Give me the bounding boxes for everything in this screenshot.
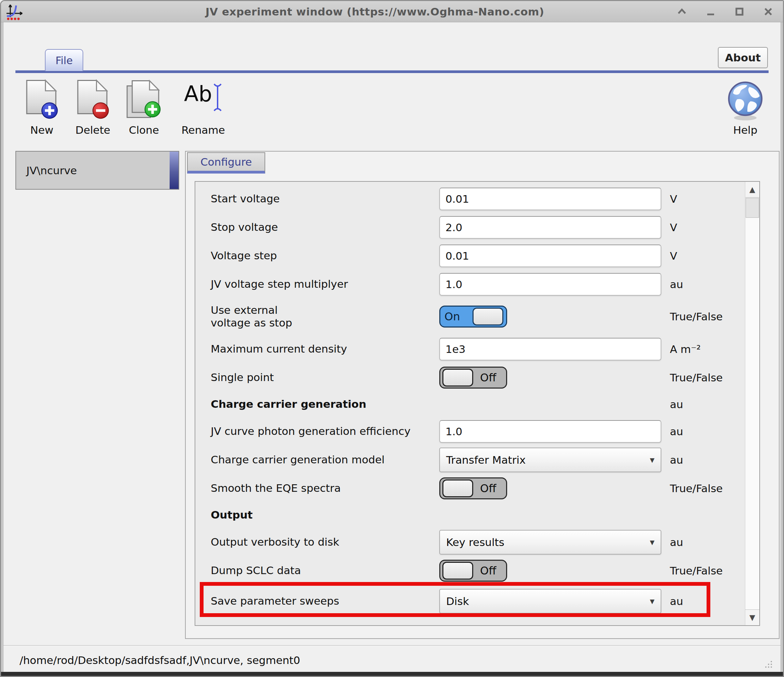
maximize-window-icon[interactable] bbox=[734, 6, 745, 17]
dropdown[interactable]: Transfer Matrix▾ bbox=[439, 448, 661, 472]
status-path: /home/rod/Desktop/sadfdsfsadf,JV\ncurve,… bbox=[1, 654, 300, 666]
section-header: Output bbox=[211, 509, 670, 521]
dropdown-value: Disk bbox=[446, 595, 469, 607]
row-unit: True/False bbox=[670, 482, 744, 494]
toggle-switch[interactable]: Off bbox=[439, 560, 507, 582]
rename-text-cursor-icon: Ab bbox=[184, 78, 222, 121]
form-row: Charge carrier generation modelTransfer … bbox=[195, 446, 744, 474]
widget-cell bbox=[439, 187, 670, 210]
window-frame-left bbox=[1, 22, 3, 672]
scroll-up-button[interactable]: ▲ bbox=[745, 182, 759, 198]
sidebar-item-jv-ncurve[interactable]: JV\ncurve bbox=[16, 151, 179, 190]
value-input[interactable] bbox=[439, 216, 661, 239]
chevron-down-icon: ▾ bbox=[650, 596, 655, 606]
form-row: Maximum current densityA m⁻² bbox=[195, 335, 744, 363]
delete-button[interactable]: Delete bbox=[69, 78, 117, 136]
widget-cell bbox=[439, 273, 670, 296]
scrollbar-thumb[interactable] bbox=[746, 198, 759, 218]
help-globe-icon bbox=[727, 78, 764, 121]
rename-button[interactable]: Ab Rename bbox=[173, 78, 233, 136]
toggle-knob bbox=[442, 479, 473, 497]
row-label: Smooth the EQE spectra bbox=[211, 482, 439, 494]
row-label: Voltage step bbox=[211, 249, 439, 262]
toggle-state-label: Off bbox=[480, 564, 496, 577]
row-unit: au bbox=[670, 278, 744, 290]
help-button[interactable]: Help bbox=[725, 78, 766, 136]
new-button[interactable]: New bbox=[23, 78, 61, 136]
vertical-scrollbar[interactable]: ▲ ▼ bbox=[745, 182, 759, 625]
row-label: Maximum current density bbox=[211, 343, 439, 355]
widget-cell bbox=[439, 216, 670, 239]
row-unit: au bbox=[670, 595, 744, 607]
form-row: Output verbosity to diskKey results▾au bbox=[195, 528, 744, 556]
value-input[interactable] bbox=[439, 273, 661, 296]
toggle-switch[interactable]: Off bbox=[439, 477, 507, 499]
value-input[interactable] bbox=[439, 187, 661, 210]
value-input[interactable] bbox=[439, 420, 661, 443]
configure-panel: Configure Start voltageVStop voltageVVol… bbox=[185, 151, 779, 639]
jv-experiment-window: JV experiment window (https://www.Oghma-… bbox=[0, 0, 784, 677]
widget-cell: Transfer Matrix▾ bbox=[439, 448, 670, 472]
row-unit: au bbox=[670, 454, 744, 466]
new-button-label: New bbox=[30, 124, 53, 136]
form-row: Output bbox=[195, 502, 744, 528]
tab-configure[interactable]: Configure bbox=[187, 152, 265, 173]
form-scroll-area: Start voltageVStop voltageVVoltage stepV… bbox=[194, 181, 760, 626]
tab-file[interactable]: File bbox=[45, 49, 83, 71]
dropdown-value: Transfer Matrix bbox=[446, 454, 526, 466]
clone-button[interactable]: Clone bbox=[121, 78, 166, 136]
chevron-down-icon: ▾ bbox=[650, 454, 655, 465]
window-controls bbox=[676, 1, 774, 22]
tab-underline bbox=[16, 70, 768, 73]
form-row: JV voltage step multiplyerau bbox=[195, 270, 744, 298]
row-label: Start voltage bbox=[211, 192, 439, 205]
clone-button-label: Clone bbox=[129, 124, 159, 136]
resize-grip-icon[interactable] bbox=[764, 660, 773, 670]
window-frame-bottom bbox=[1, 672, 783, 676]
delete-button-label: Delete bbox=[75, 124, 110, 136]
form-row: Use external voltage as stopOnTrue/False bbox=[195, 298, 744, 335]
row-unit: True/False bbox=[670, 371, 744, 384]
minimize-window-icon[interactable] bbox=[705, 6, 717, 17]
form-rows: Start voltageVStop voltageVVoltage stepV… bbox=[195, 182, 744, 617]
jv-curve-app-icon bbox=[5, 2, 24, 21]
about-button[interactable]: About bbox=[718, 47, 768, 68]
toggle-switch[interactable]: Off bbox=[439, 367, 507, 388]
widget-cell: On bbox=[439, 306, 670, 328]
clone-documents-icon bbox=[126, 78, 162, 121]
toggle-state-label: Off bbox=[480, 482, 496, 495]
dropdown-value: Key results bbox=[446, 536, 504, 548]
form-row: Charge carrier generationau bbox=[195, 392, 744, 417]
selected-indicator bbox=[170, 151, 179, 189]
dropdown[interactable]: Disk▾ bbox=[439, 589, 661, 613]
dropdown[interactable]: Key results▾ bbox=[439, 530, 661, 555]
help-button-label: Help bbox=[733, 124, 758, 136]
statusbar-divider bbox=[1, 645, 783, 646]
window-frame-right bbox=[781, 22, 783, 672]
form-row: Voltage stepV bbox=[195, 242, 744, 270]
form-row: JV curve photon generation efficiencyau bbox=[195, 417, 744, 446]
row-label: Save parameter sweeps bbox=[211, 595, 439, 607]
row-unit: V bbox=[670, 193, 744, 205]
toggle-knob bbox=[442, 369, 473, 387]
value-input[interactable] bbox=[439, 245, 661, 267]
rename-ab-glyph: Ab bbox=[184, 78, 212, 105]
row-label: JV curve photon generation efficiency bbox=[211, 425, 439, 438]
row-label: Charge carrier generation model bbox=[211, 453, 439, 466]
toggle-switch[interactable]: On bbox=[439, 306, 507, 328]
close-window-icon[interactable] bbox=[762, 6, 774, 17]
toggle-state-label: On bbox=[445, 310, 460, 323]
row-label: JV voltage step multiplyer bbox=[211, 278, 439, 290]
scroll-down-button[interactable]: ▼ bbox=[745, 610, 759, 625]
value-input[interactable] bbox=[439, 338, 661, 360]
widget-cell bbox=[439, 420, 670, 443]
shade-window-icon[interactable] bbox=[676, 6, 688, 17]
sidebar-item-label: JV\ncurve bbox=[16, 164, 77, 176]
row-unit: A m⁻² bbox=[670, 343, 744, 355]
widget-cell: Off bbox=[439, 477, 670, 499]
row-unit: au bbox=[670, 425, 744, 438]
form-row: Single pointOffTrue/False bbox=[195, 363, 744, 392]
row-label: Single point bbox=[211, 371, 439, 384]
row-label: Output verbosity to disk bbox=[211, 536, 439, 548]
window-title: JV experiment window (https://www.Oghma-… bbox=[104, 1, 646, 22]
